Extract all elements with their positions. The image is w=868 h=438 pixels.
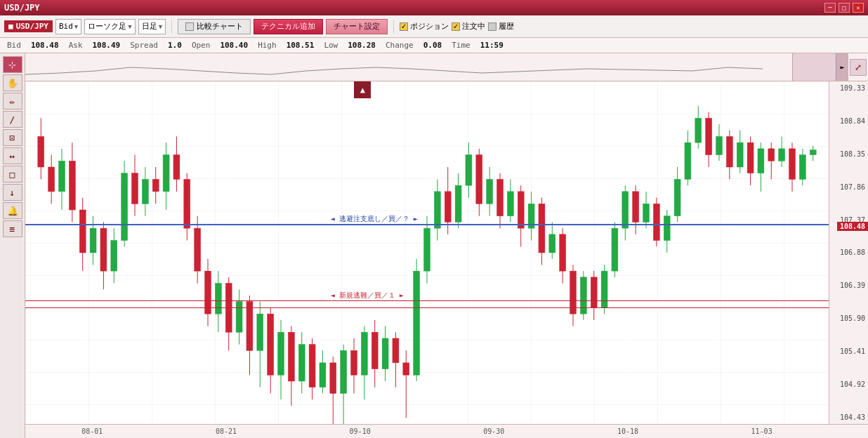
price-label-6: 106.88	[832, 248, 865, 256]
period-select[interactable]: 日足 ▼	[138, 19, 166, 34]
dropdown-arrow3: ▼	[159, 23, 162, 30]
mini-chart-inner[interactable]	[25, 53, 792, 81]
compare-checkbox	[185, 22, 194, 31]
restore-button[interactable]: □	[839, 3, 850, 13]
symbol-badge[interactable]: ■ USD/JPY	[4, 20, 53, 32]
chart-type-select[interactable]: ローソク足 ▼	[84, 19, 135, 34]
blue-support-line	[25, 224, 829, 225]
low-label: Low	[324, 41, 338, 50]
price-label-2: 108.84	[832, 117, 865, 125]
time-value: 11:59	[480, 41, 504, 50]
red-order-line-top	[25, 300, 829, 301]
high-label: High	[258, 41, 277, 50]
open-value: 108.40	[220, 41, 248, 50]
price-axis: 109.33 108.84 108.35 107.86 107.37 106.8…	[829, 81, 868, 424]
table-tool[interactable]: ≡	[3, 220, 22, 237]
pencil-tool[interactable]: ✏	[3, 93, 22, 109]
rectangle-tool[interactable]: □	[3, 166, 22, 182]
position-checkbox[interactable]: ✓	[400, 22, 408, 31]
order-checkbox[interactable]: ✓	[452, 22, 460, 31]
x-label-5: 10-18	[617, 427, 638, 435]
price-label-9: 105.41	[832, 347, 865, 355]
expand-button[interactable]: ⤢	[850, 59, 867, 76]
red-order-line-bottom	[25, 307, 829, 308]
time-label: Time	[452, 41, 471, 50]
x-label-4: 09-30	[483, 427, 504, 435]
bid-value: 108.48	[31, 41, 59, 50]
bid-label: Bid	[7, 41, 21, 50]
change-value: 0.08	[423, 41, 442, 50]
hand-tool[interactable]: ✋	[3, 74, 22, 91]
mini-overview-chart: ► ⤢	[25, 53, 868, 81]
svg-rect-4	[25, 81, 829, 424]
x-label-2: 08-21	[216, 427, 237, 435]
price-label-7: 106.39	[832, 281, 865, 289]
dropdown-arrow: ▼	[74, 23, 78, 30]
symbol-icon: ■	[8, 22, 13, 31]
left-toolbar: ⊹ ✋ ✏ / ⊡ ↔ □ ↓ 🔔 ≡	[0, 53, 25, 438]
price-label-3: 108.35	[832, 150, 865, 158]
mini-nav-right[interactable]: ►	[792, 53, 848, 81]
symbol-label: USD/JPY	[16, 22, 48, 31]
window-controls: ─ □ ✕	[824, 3, 864, 13]
history-checkbox[interactable]	[488, 22, 497, 31]
spread-value: 1.0	[168, 41, 182, 50]
mini-nav-arrow[interactable]: ►	[836, 53, 848, 81]
line-tool[interactable]: /	[3, 111, 22, 128]
chart-area: ⊹ ✋ ✏ / ⊡ ↔ □ ↓ 🔔 ≡ ► ⤢	[0, 53, 868, 438]
toolbar: ■ USD/JPY Bid ▼ ローソク足 ▼ 日足 ▼ 比較チャート テクニカ…	[0, 15, 868, 38]
change-label: Change	[386, 41, 414, 50]
price-label-1: 109.33	[832, 84, 865, 92]
open-label: Open	[192, 41, 211, 50]
high-value: 108.51	[287, 41, 315, 50]
ask-label: Ask	[69, 41, 83, 50]
price-type-select[interactable]: Bid ▼	[55, 19, 81, 34]
candle-chart[interactable]: ◄ 逃避注支底し／買／？ ► ◄ 新規逃難／買／１ ► ▲	[25, 81, 829, 424]
down-arrow-tool[interactable]: ↓	[3, 184, 22, 201]
minimize-button[interactable]: ─	[824, 3, 836, 13]
low-value: 108.28	[348, 41, 376, 50]
separator1	[171, 20, 172, 34]
title-bar: USD/JPY ─ □ ✕	[0, 0, 868, 15]
main-chart: ► ⤢	[25, 53, 868, 438]
technical-add-button[interactable]: テクニカル追加	[254, 19, 323, 34]
separator2	[393, 20, 394, 34]
price-label-4: 107.86	[832, 183, 865, 191]
close-button[interactable]: ✕	[853, 3, 864, 13]
history-group: 履歴	[488, 21, 514, 32]
order-group: ✓ 注文中	[452, 21, 485, 32]
x-axis-labels: 08-01 08-21 09-10 09-30 10-18 11-03	[25, 427, 829, 435]
compare-chart-button[interactable]: 比較チャート	[178, 19, 251, 34]
cursor-tool[interactable]: ⊹	[3, 56, 22, 73]
price-label-11: 104.43	[832, 413, 865, 421]
measure-tool[interactable]: ↔	[3, 147, 22, 164]
current-price-badge: 108.48	[837, 222, 868, 231]
spread-label: Spread	[130, 41, 158, 50]
dropdown-arrow2: ▼	[128, 23, 131, 30]
chart-settings-button[interactable]: チャート設定	[326, 19, 388, 34]
position-group: ✓ ポジション	[400, 21, 449, 32]
price-label-10: 104.92	[832, 380, 865, 388]
eraser-tool[interactable]: ⊡	[3, 129, 22, 146]
info-bar: Bid 108.48 Ask 108.49 Spread 1.0 Open 10…	[0, 38, 868, 53]
x-label-6: 11-03	[751, 427, 772, 435]
window-title: USD/JPY	[4, 3, 40, 13]
x-label-1: 08-01	[81, 427, 103, 435]
x-label-3: 09-10	[350, 427, 371, 435]
bell-tool[interactable]: 🔔	[3, 202, 22, 219]
x-axis: 08-01 08-21 09-10 09-30 10-18 11-03	[25, 424, 868, 438]
up-arrow-marker[interactable]: ▲	[354, 81, 371, 98]
blue-line-label: ◄ 逃避注支底し／買／？ ►	[331, 214, 418, 224]
ask-value: 108.49	[93, 41, 121, 50]
red-line-label: ◄ 新規逃難／買／１ ►	[331, 291, 404, 300]
price-label-8: 105.90	[832, 314, 865, 322]
